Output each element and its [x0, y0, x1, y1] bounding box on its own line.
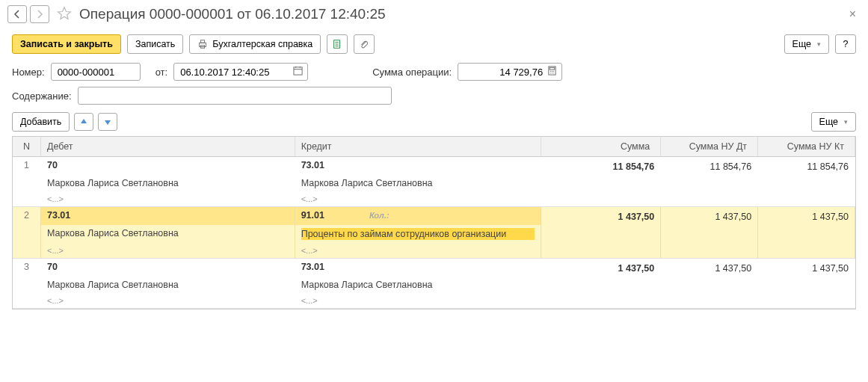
ellipsis: <...> — [41, 293, 295, 308]
cell-credit-sub-wrap[interactable]: Проценты по займам сотрудников организац… — [295, 225, 542, 243]
col-nukt[interactable]: Сумма НУ Кт — [758, 137, 855, 156]
grid-more-label: Еще — [819, 117, 838, 127]
grid-toolbar: Добавить Еще ▾ — [0, 108, 868, 136]
cell-n: 2 — [13, 207, 41, 225]
sum-input[interactable] — [458, 63, 562, 81]
svg-point-18 — [553, 73, 554, 73]
col-n[interactable]: N — [13, 137, 41, 156]
cell-nukt[interactable]: 1 437,50 — [758, 259, 855, 277]
cell-debit-acc[interactable]: 70 — [41, 157, 295, 175]
col-sum[interactable]: Сумма — [541, 137, 661, 156]
cell-debit-sub[interactable]: Маркова Лариса Светлановна — [41, 277, 295, 293]
number-label: Номер: — [12, 67, 45, 78]
svg-point-14 — [552, 71, 552, 72]
svg-rect-7 — [294, 67, 302, 75]
more-button[interactable]: Еще ▾ — [784, 34, 829, 54]
cell-credit-acc[interactable]: 91.01Кол.: — [295, 207, 542, 225]
content-input[interactable] — [78, 87, 392, 105]
svg-point-16 — [550, 73, 551, 73]
move-down-button[interactable] — [98, 113, 117, 131]
cell-debit-sub[interactable]: Маркова Лариса Светлановна — [41, 225, 295, 243]
cell-nukt[interactable]: 11 854,76 — [758, 157, 855, 175]
entries-grid: N Дебет Кредит Сумма Сумма НУ Дт Сумма Н… — [12, 136, 856, 309]
move-up-button[interactable] — [74, 113, 93, 131]
col-credit[interactable]: Кредит — [295, 137, 542, 156]
printer-icon — [197, 39, 208, 49]
ellipsis: <...> — [41, 243, 295, 258]
kol-label: Кол.: — [369, 211, 390, 220]
svg-rect-1 — [201, 40, 205, 43]
grid-body: 17073.0111 854,7611 854,7611 854,76Марко… — [13, 157, 855, 309]
document-icon — [332, 39, 342, 49]
clip-icon-button[interactable] — [354, 34, 375, 54]
sum-label: Сумма операции: — [372, 67, 452, 78]
forward-button[interactable] — [30, 5, 49, 23]
cell-credit-sub-wrap[interactable]: Маркова Лариса Светлановна — [295, 277, 542, 293]
ellipsis: <...> — [295, 293, 542, 308]
page-title: Операция 0000-000001 от 06.10.2017 12:40… — [79, 6, 845, 22]
from-label: от: — [156, 67, 168, 78]
cell-sum[interactable]: 11 854,76 — [541, 157, 661, 175]
back-button[interactable] — [7, 5, 27, 23]
cell-debit-sub[interactable]: Маркова Лариса Светлановна — [41, 175, 295, 191]
accounting-reference-label: Бухгалтерская справка — [212, 39, 313, 49]
cell-credit-acc[interactable]: 73.01 — [295, 157, 542, 175]
help-button[interactable]: ? — [835, 34, 856, 54]
cell-debit-acc[interactable]: 70 — [41, 259, 295, 277]
cell-nudt[interactable]: 1 437,50 — [661, 207, 758, 225]
svg-rect-12 — [550, 67, 555, 70]
cell-nudt[interactable]: 1 437,50 — [661, 259, 758, 277]
form-row-content: Содержание: — [0, 84, 868, 108]
cell-credit-sub-wrap[interactable]: Маркова Лариса Светлановна — [295, 175, 542, 191]
number-input[interactable] — [51, 63, 141, 81]
save-and-close-button[interactable]: Записать и закрыть — [12, 34, 121, 54]
more-label: Еще — [792, 39, 811, 49]
grid-more-button[interactable]: Еще ▾ — [811, 112, 856, 132]
cell-credit-sub[interactable]: Проценты по займам сотрудников организац… — [301, 228, 535, 240]
col-debit[interactable]: Дебет — [41, 137, 295, 156]
table-row[interactable]: 273.0191.01Кол.:1 437,501 437,501 437,50… — [13, 207, 855, 259]
paperclip-icon — [359, 39, 369, 49]
cell-debit-acc[interactable]: 73.01 — [41, 207, 295, 225]
form-row-number: Номер: от: Сумма операции: — [0, 60, 868, 84]
cell-nukt[interactable]: 1 437,50 — [758, 207, 855, 225]
chevron-down-icon: ▾ — [844, 118, 848, 126]
ellipsis: <...> — [295, 243, 542, 258]
svg-point-13 — [550, 71, 551, 72]
svg-point-15 — [553, 71, 554, 72]
calculator-icon[interactable] — [547, 66, 557, 78]
ellipsis: <...> — [41, 191, 295, 206]
chevron-down-icon: ▾ — [817, 40, 821, 48]
save-button[interactable]: Записать — [127, 34, 183, 54]
cell-sum[interactable]: 1 437,50 — [541, 207, 661, 225]
cell-n: 3 — [13, 259, 41, 277]
main-toolbar: Записать и закрыть Записать Бухгалтерска… — [0, 28, 868, 60]
content-label: Содержание: — [12, 90, 72, 102]
close-icon[interactable]: × — [845, 7, 861, 21]
cell-sum[interactable]: 1 437,50 — [541, 259, 661, 277]
svg-point-17 — [552, 73, 552, 73]
date-input[interactable] — [173, 63, 308, 81]
document-icon-button[interactable] — [327, 34, 348, 54]
cell-nudt[interactable]: 11 854,76 — [661, 157, 758, 175]
favorite-star-icon[interactable] — [57, 6, 72, 23]
grid-header: N Дебет Кредит Сумма Сумма НУ Дт Сумма Н… — [13, 137, 855, 157]
col-nudt[interactable]: Сумма НУ Дт — [661, 137, 758, 156]
add-row-button[interactable]: Добавить — [12, 112, 70, 132]
accounting-reference-button[interactable]: Бухгалтерская справка — [189, 34, 321, 54]
cell-credit-acc[interactable]: 73.01 — [295, 259, 542, 277]
titlebar: Операция 0000-000001 от 06.10.2017 12:40… — [0, 0, 868, 28]
cell-n: 1 — [13, 157, 41, 175]
table-row[interactable]: 37073.011 437,501 437,501 437,50Маркова … — [13, 259, 855, 309]
table-row[interactable]: 17073.0111 854,7611 854,7611 854,76Марко… — [13, 157, 855, 207]
calendar-icon[interactable] — [293, 66, 303, 78]
ellipsis: <...> — [295, 191, 542, 206]
